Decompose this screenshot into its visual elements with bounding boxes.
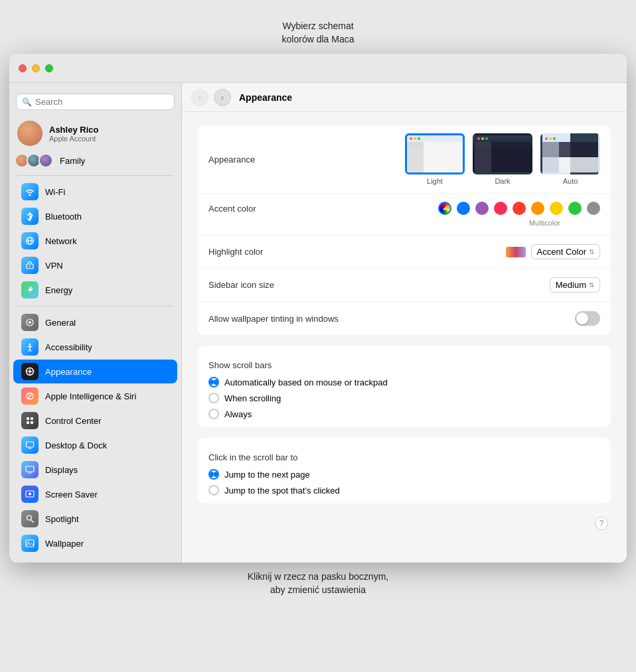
sidebar-item-bluetooth[interactable]: Bluetooth [13,204,177,228]
accent-multicolor[interactable] [438,202,451,215]
user-info: Ashley Rico Apple Account [49,125,98,143]
wallpaper-tinting-toggle[interactable] [575,311,600,326]
svg-point-4 [29,266,31,267]
click-scroll-section: Click in the scroll bar to Jump to the n… [198,438,611,504]
energy-label: Energy [45,285,72,295]
scroll-scrolling-label: When scrolling [224,393,281,403]
card-dot-red-auto [545,137,548,140]
traffic-light-yellow[interactable] [32,64,40,72]
svg-line-20 [31,520,34,523]
traffic-light-red[interactable] [19,64,27,72]
sidebar-icon-size-value: Medium [556,280,586,290]
accent-graphite[interactable] [587,202,600,215]
controlcenter-icon [21,412,39,429]
sidebar-item-energy[interactable]: Energy [13,278,177,302]
svg-point-5 [29,321,31,324]
highlight-color-label: Highlight color [208,247,263,257]
appearance-card-light[interactable]: Light [405,133,465,185]
back-button[interactable]: ‹ [191,89,208,106]
svg-point-9 [29,370,31,373]
highlight-preview [506,247,526,257]
card-dot-red-dark [477,137,480,140]
accent-pink[interactable] [494,202,507,215]
scroll-scrolling-radio[interactable] [208,393,219,403]
forward-button[interactable]: › [214,89,231,106]
accessibility-label: Accessibility [45,342,92,352]
network-label: Network [45,236,77,246]
accent-selected-label: Multicolor [529,219,560,227]
accent-orange[interactable] [531,202,544,215]
wallpaper-tinting-row: Allow wallpaper tinting in windows [198,302,611,335]
appearance-card-dark[interactable]: Dark [473,133,532,185]
card-dot-yellow-light [414,137,416,140]
accent-blue[interactable] [457,202,470,215]
desktop-label: Desktop & Dock [45,440,107,450]
sidebar-item-accessibility[interactable]: Accessibility [13,335,177,359]
sidebar-icon-size-dropdown[interactable]: Medium ⇅ [550,277,600,293]
appearance-card-auto[interactable]: Auto [540,133,600,185]
click-next-page-radio[interactable] [208,469,219,480]
siri-label: Apple Intelligence & Siri [45,391,136,401]
card-preview-dark [473,133,532,174]
card-label-light: Light [427,177,443,185]
siri-icon [21,387,39,405]
scroll-auto-row: Automatically based on mouse or trackpad [198,374,611,390]
sidebar-item-spotlight[interactable]: Spotlight [13,507,177,531]
sidebar-item-wifi[interactable]: Wi-Fi [13,180,177,204]
svg-rect-15 [27,442,34,447]
scroll-always-radio[interactable] [208,409,219,419]
sidebar-size-arrows: ⇅ [589,281,594,289]
card-dot-yellow-dark [481,137,484,140]
svg-point-18 [29,493,31,496]
accent-purple[interactable] [475,202,489,215]
appearance-sidebar-label: Appearance [45,367,92,377]
card-sidebar-light [407,142,424,172]
family-icon-3 [39,153,53,168]
sidebar-item-displays[interactable]: Displays [13,458,177,482]
spotlight-icon [21,510,39,527]
help-button[interactable]: ? [595,517,608,530]
scroll-bars-section: Show scroll bars Automatically based on … [198,346,611,427]
scroll-always-row: Always [198,406,611,422]
click-spot-radio[interactable] [208,485,219,496]
main-content: 🔍 Ashley Rico Apple Account [9,83,627,563]
screensaver-label: Screen Saver [45,490,98,500]
sidebar-item-general[interactable]: General [13,310,177,334]
search-box[interactable]: 🔍 [16,94,175,110]
click-next-page-row: Jump to the next page [198,466,611,482]
appearance-section: Appearance [198,125,611,335]
sidebar-item-screensaver[interactable]: Screen Saver [13,482,177,506]
accent-yellow[interactable] [550,202,563,215]
sidebar-item-desktop[interactable]: Desktop & Dock [13,433,177,457]
accent-color-swatches [438,202,600,215]
accent-red[interactable] [513,202,526,215]
sidebar-item-controlcenter[interactable]: Control Center [13,409,177,433]
titlebar [9,54,627,83]
card-topbar-auto [542,135,598,142]
sidebar-item-wallpaper[interactable]: Wallpaper [13,531,177,555]
sidebar-item-network[interactable]: Network [13,229,177,253]
card-content-light [407,142,463,172]
sidebar-divider-1 [17,175,173,176]
accessibility-icon [21,338,39,356]
sidebar-item-family[interactable]: Family [9,150,181,171]
card-label-auto: Auto [563,177,578,185]
card-topbar-light [407,135,463,142]
card-sidebar-auto [542,142,559,172]
panel-titlebar: ‹ › Appearance [182,83,627,112]
appearance-icon [21,363,39,380]
search-input[interactable] [35,97,169,107]
scroll-auto-radio[interactable] [208,377,219,387]
user-name: Ashley Rico [49,125,98,135]
user-profile[interactable]: Ashley Rico Apple Account [9,117,181,150]
accent-green[interactable] [568,202,582,215]
appearance-label: Appearance [208,155,255,165]
sidebar-item-siri[interactable]: Apple Intelligence & Siri [13,384,177,408]
sidebar-item-vpn[interactable]: VPN [13,253,177,277]
scroll-auto-label: Automatically based on mouse or trackpad [224,377,388,387]
svg-rect-11 [27,417,29,420]
sidebar-item-appearance[interactable]: Appearance [13,360,177,383]
highlight-color-dropdown[interactable]: Accent Color ⇅ [531,244,600,259]
card-preview-light [405,133,465,174]
traffic-light-green[interactable] [45,64,53,72]
